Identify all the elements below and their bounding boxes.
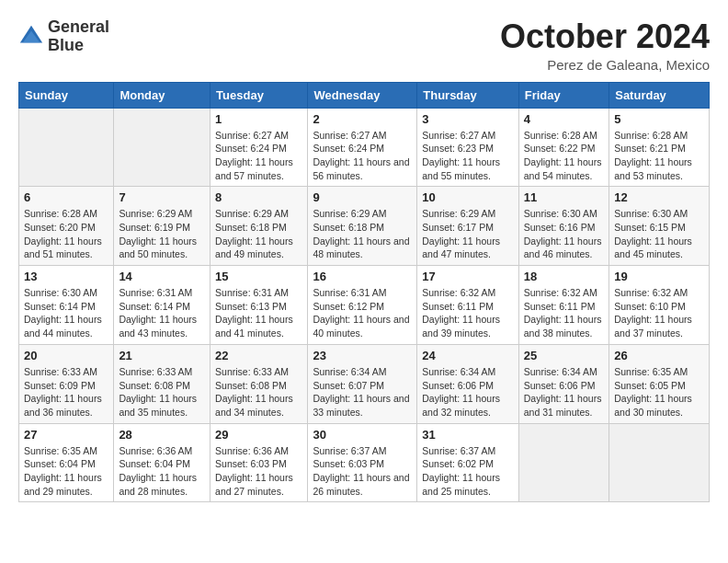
day-cell: 16Sunrise: 6:31 AM Sunset: 6:12 PM Dayli… bbox=[308, 266, 417, 345]
day-cell: 27Sunrise: 6:35 AM Sunset: 6:04 PM Dayli… bbox=[19, 423, 114, 502]
day-cell bbox=[518, 423, 609, 502]
day-number: 19 bbox=[614, 270, 704, 283]
day-cell: 14Sunrise: 6:31 AM Sunset: 6:14 PM Dayli… bbox=[114, 266, 210, 345]
day-info: Sunrise: 6:32 AM Sunset: 6:11 PM Dayligh… bbox=[422, 286, 514, 340]
location: Perez de Galeana, Mexico bbox=[500, 57, 710, 73]
day-cell: 22Sunrise: 6:33 AM Sunset: 6:08 PM Dayli… bbox=[210, 344, 308, 423]
day-cell: 25Sunrise: 6:34 AM Sunset: 6:06 PM Dayli… bbox=[518, 344, 609, 423]
day-number: 20 bbox=[24, 349, 108, 362]
day-info: Sunrise: 6:35 AM Sunset: 6:05 PM Dayligh… bbox=[614, 365, 704, 419]
day-number: 14 bbox=[119, 270, 205, 283]
day-number: 31 bbox=[422, 428, 514, 442]
day-info: Sunrise: 6:34 AM Sunset: 6:06 PM Dayligh… bbox=[422, 365, 514, 419]
day-info: Sunrise: 6:33 AM Sunset: 6:08 PM Dayligh… bbox=[215, 365, 302, 419]
day-info: Sunrise: 6:31 AM Sunset: 6:14 PM Dayligh… bbox=[119, 286, 205, 340]
day-number: 10 bbox=[422, 190, 514, 204]
day-number: 15 bbox=[215, 270, 302, 283]
logo-text: General Blue bbox=[48, 18, 109, 55]
header-row: SundayMondayTuesdayWednesdayThursdayFrid… bbox=[19, 82, 710, 108]
day-number: 4 bbox=[524, 112, 604, 126]
day-number: 22 bbox=[215, 349, 302, 362]
day-info: Sunrise: 6:30 AM Sunset: 6:15 PM Dayligh… bbox=[614, 207, 704, 261]
day-number: 30 bbox=[313, 428, 412, 442]
day-number: 13 bbox=[24, 270, 108, 283]
day-number: 29 bbox=[215, 428, 302, 442]
day-cell: 26Sunrise: 6:35 AM Sunset: 6:05 PM Dayli… bbox=[609, 344, 710, 423]
day-number: 21 bbox=[119, 349, 205, 362]
day-info: Sunrise: 6:33 AM Sunset: 6:09 PM Dayligh… bbox=[24, 365, 108, 419]
day-number: 23 bbox=[313, 349, 412, 362]
day-info: Sunrise: 6:29 AM Sunset: 6:19 PM Dayligh… bbox=[119, 207, 205, 261]
day-cell: 31Sunrise: 6:37 AM Sunset: 6:02 PM Dayli… bbox=[417, 423, 519, 502]
week-row-3: 13Sunrise: 6:30 AM Sunset: 6:14 PM Dayli… bbox=[19, 266, 710, 345]
day-number: 11 bbox=[524, 190, 604, 204]
day-number: 16 bbox=[313, 270, 412, 283]
day-info: Sunrise: 6:28 AM Sunset: 6:20 PM Dayligh… bbox=[24, 207, 108, 261]
day-info: Sunrise: 6:27 AM Sunset: 6:24 PM Dayligh… bbox=[313, 129, 412, 183]
day-number: 9 bbox=[313, 190, 412, 204]
day-info: Sunrise: 6:34 AM Sunset: 6:07 PM Dayligh… bbox=[313, 365, 412, 419]
month-title: October 2024 bbox=[500, 18, 710, 55]
day-cell: 8Sunrise: 6:29 AM Sunset: 6:18 PM Daylig… bbox=[210, 187, 308, 266]
day-cell: 10Sunrise: 6:29 AM Sunset: 6:17 PM Dayli… bbox=[417, 187, 519, 266]
day-cell: 12Sunrise: 6:30 AM Sunset: 6:15 PM Dayli… bbox=[609, 187, 710, 266]
day-cell: 18Sunrise: 6:32 AM Sunset: 6:11 PM Dayli… bbox=[518, 266, 609, 345]
logo: General Blue bbox=[18, 18, 109, 55]
day-info: Sunrise: 6:34 AM Sunset: 6:06 PM Dayligh… bbox=[524, 365, 604, 419]
week-row-5: 27Sunrise: 6:35 AM Sunset: 6:04 PM Dayli… bbox=[19, 423, 710, 502]
week-row-1: 1Sunrise: 6:27 AM Sunset: 6:24 PM Daylig… bbox=[19, 108, 710, 187]
day-info: Sunrise: 6:29 AM Sunset: 6:18 PM Dayligh… bbox=[313, 207, 412, 261]
day-number: 7 bbox=[119, 190, 205, 204]
day-cell: 1Sunrise: 6:27 AM Sunset: 6:24 PM Daylig… bbox=[210, 108, 308, 187]
day-number: 24 bbox=[422, 349, 514, 362]
header-day-saturday: Saturday bbox=[609, 82, 710, 108]
day-number: 8 bbox=[215, 190, 302, 204]
day-cell: 5Sunrise: 6:28 AM Sunset: 6:21 PM Daylig… bbox=[609, 108, 710, 187]
day-info: Sunrise: 6:27 AM Sunset: 6:23 PM Dayligh… bbox=[422, 129, 514, 183]
day-number: 6 bbox=[24, 190, 108, 204]
day-cell: 20Sunrise: 6:33 AM Sunset: 6:09 PM Dayli… bbox=[19, 344, 114, 423]
day-cell: 17Sunrise: 6:32 AM Sunset: 6:11 PM Dayli… bbox=[417, 266, 519, 345]
day-cell: 3Sunrise: 6:27 AM Sunset: 6:23 PM Daylig… bbox=[417, 108, 519, 187]
day-info: Sunrise: 6:28 AM Sunset: 6:21 PM Dayligh… bbox=[614, 129, 704, 183]
day-info: Sunrise: 6:37 AM Sunset: 6:02 PM Dayligh… bbox=[422, 444, 514, 499]
day-info: Sunrise: 6:35 AM Sunset: 6:04 PM Dayligh… bbox=[24, 444, 108, 499]
header-day-tuesday: Tuesday bbox=[210, 82, 308, 108]
calendar-table: SundayMondayTuesdayWednesdayThursdayFrid… bbox=[18, 82, 710, 503]
day-number: 27 bbox=[24, 428, 108, 442]
day-cell: 6Sunrise: 6:28 AM Sunset: 6:20 PM Daylig… bbox=[19, 187, 114, 266]
day-cell: 24Sunrise: 6:34 AM Sunset: 6:06 PM Dayli… bbox=[417, 344, 519, 423]
day-info: Sunrise: 6:36 AM Sunset: 6:03 PM Dayligh… bbox=[215, 444, 302, 499]
day-cell: 23Sunrise: 6:34 AM Sunset: 6:07 PM Dayli… bbox=[308, 344, 417, 423]
day-number: 12 bbox=[614, 190, 704, 204]
day-info: Sunrise: 6:28 AM Sunset: 6:22 PM Dayligh… bbox=[524, 129, 604, 183]
day-info: Sunrise: 6:27 AM Sunset: 6:24 PM Dayligh… bbox=[215, 129, 302, 183]
page-header: General Blue October 2024 Perez de Galea… bbox=[18, 18, 710, 73]
day-cell: 13Sunrise: 6:30 AM Sunset: 6:14 PM Dayli… bbox=[19, 266, 114, 345]
day-info: Sunrise: 6:30 AM Sunset: 6:14 PM Dayligh… bbox=[24, 286, 108, 340]
day-number: 1 bbox=[215, 112, 302, 126]
day-info: Sunrise: 6:30 AM Sunset: 6:16 PM Dayligh… bbox=[524, 207, 604, 261]
day-number: 5 bbox=[614, 112, 704, 126]
day-info: Sunrise: 6:32 AM Sunset: 6:11 PM Dayligh… bbox=[524, 286, 604, 340]
day-number: 26 bbox=[614, 349, 704, 362]
day-info: Sunrise: 6:31 AM Sunset: 6:13 PM Dayligh… bbox=[215, 286, 302, 340]
day-cell: 15Sunrise: 6:31 AM Sunset: 6:13 PM Dayli… bbox=[210, 266, 308, 345]
day-cell: 21Sunrise: 6:33 AM Sunset: 6:08 PM Dayli… bbox=[114, 344, 210, 423]
day-number: 2 bbox=[313, 112, 412, 126]
day-info: Sunrise: 6:29 AM Sunset: 6:18 PM Dayligh… bbox=[215, 207, 302, 261]
title-section: October 2024 Perez de Galeana, Mexico bbox=[500, 18, 710, 73]
day-info: Sunrise: 6:31 AM Sunset: 6:12 PM Dayligh… bbox=[313, 286, 412, 340]
day-info: Sunrise: 6:37 AM Sunset: 6:03 PM Dayligh… bbox=[313, 444, 412, 499]
day-number: 28 bbox=[119, 428, 205, 442]
day-cell: 4Sunrise: 6:28 AM Sunset: 6:22 PM Daylig… bbox=[518, 108, 609, 187]
day-info: Sunrise: 6:33 AM Sunset: 6:08 PM Dayligh… bbox=[119, 365, 205, 419]
day-cell: 29Sunrise: 6:36 AM Sunset: 6:03 PM Dayli… bbox=[210, 423, 308, 502]
day-cell bbox=[609, 423, 710, 502]
day-info: Sunrise: 6:36 AM Sunset: 6:04 PM Dayligh… bbox=[119, 444, 205, 499]
day-cell: 7Sunrise: 6:29 AM Sunset: 6:19 PM Daylig… bbox=[114, 187, 210, 266]
day-cell: 28Sunrise: 6:36 AM Sunset: 6:04 PM Dayli… bbox=[114, 423, 210, 502]
header-day-wednesday: Wednesday bbox=[308, 82, 417, 108]
day-cell bbox=[114, 108, 210, 187]
day-info: Sunrise: 6:32 AM Sunset: 6:10 PM Dayligh… bbox=[614, 286, 704, 340]
